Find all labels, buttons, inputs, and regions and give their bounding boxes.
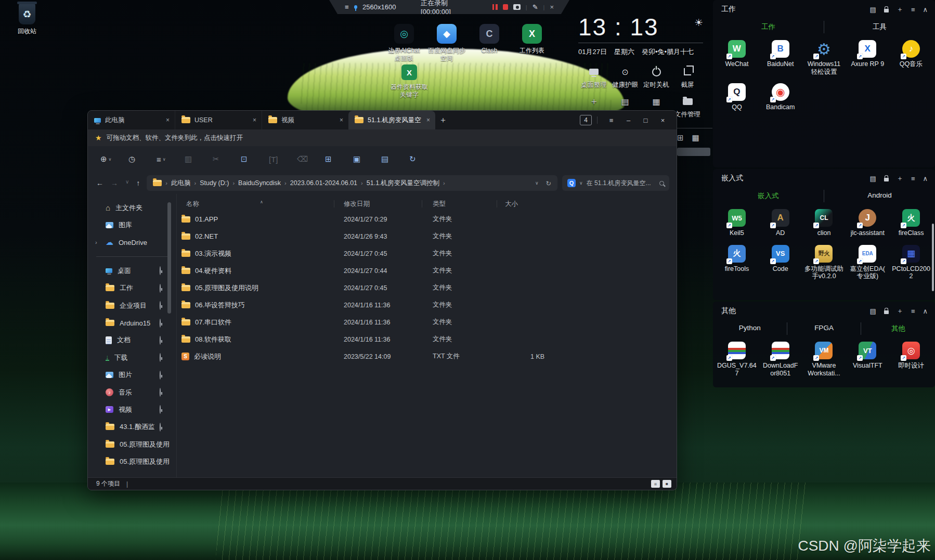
app-debug-helper[interactable]: 野火↗多功能调试助 手v0.2.0 [802,245,846,280]
file-row[interactable]: 05.原理图及使用说明2024/1/27 0:45文件夹 [177,279,677,296]
sidebar-item-企业项目[interactable]: 企业项目 [88,297,176,314]
toolbar-refresh-icon[interactable]: ↻ [409,154,437,164]
sidebar-item-工作[interactable]: 工作 [88,280,176,297]
widget-timed-shutdown[interactable]: 定时关机 [641,67,672,89]
desktop-icon-component-keywords[interactable]: X 器件资料获取 关键字 [388,64,430,99]
app-baidunet[interactable]: B↗BaiduNet [759,40,802,75]
icons-view-button[interactable]: ■ [663,480,671,488]
tab-视频[interactable]: 视频× [262,111,348,129]
recycle-bin[interactable]: ♻ 回收站 [10,4,44,35]
breadcrumb-segment[interactable]: BaiduSyncdisk [238,179,281,187]
app-pctolcd2002[interactable]: ▦↗PCtoLCD200 2 [889,245,933,280]
recorder-close-icon[interactable]: × [550,3,554,11]
app-qq[interactable]: Q↗QQ [715,83,759,111]
toolbar-new-folder-icon[interactable]: ⊞ [325,154,353,164]
sidebar-item-05.原理图及使用[interactable]: 05.原理图及使用 [88,436,176,453]
panel-tab-工作[interactable]: 工作 [713,21,824,33]
app-keil5[interactable]: W5↗Keil5 [715,209,759,237]
minimize-button[interactable]: – [620,116,637,124]
app-wechat[interactable]: W↗WeChat [715,40,759,75]
new-note-icon[interactable]: ⊞ [677,133,684,142]
file-row[interactable]: 07.串口软件2024/1/16 11:36文件夹 [177,314,677,331]
add-icon[interactable]: ＋ [897,5,903,14]
tab-USER[interactable]: USER× [175,111,262,129]
qr-code-icon[interactable]: ▦ [692,133,699,142]
sidebar-item-桌面[interactable]: 桌面 [88,262,176,279]
app-jlc-eda[interactable]: EDA↗嘉立创EDA( 专业版) [846,245,889,280]
address-refresh-icon[interactable]: ↻ [546,179,551,187]
app-vmware[interactable]: VM↗VMware Workstati... [802,342,846,377]
panel-tab-工具[interactable]: 工具 [824,21,935,33]
lock-icon[interactable] [884,178,889,181]
list-icon[interactable]: ▤ [870,6,876,14]
panel-tab-Android[interactable]: Android [824,190,935,202]
app-downloadfor8051[interactable]: ↗DownLoadF or8051 [759,342,802,377]
desktop-icon-work-list[interactable]: X工作列表 [511,24,553,62]
widget-eye-care[interactable]: ⊙健康护眼 [609,67,641,89]
file-row[interactable]: 04.硬件资料2024/1/27 0:44文件夹 [177,262,677,279]
search-box[interactable]: Q ∨ 在 51.1.机房变风量空... [562,175,669,191]
column-header-类型[interactable]: 类型 [426,197,501,211]
camera-icon[interactable] [513,4,521,10]
forward-icon[interactable]: → [111,179,118,187]
add-icon[interactable]: ＋ [897,174,903,183]
drop-hint-bar[interactable]: ★ 可拖动文档、软件、文件夹到此，点击快速打开 [88,129,677,146]
sidebar-item-图片[interactable]: 图片 [88,367,176,384]
recorder-menu-icon[interactable]: ≡ [345,3,349,11]
panel-tab-其他[interactable]: 其他 [861,322,935,335]
tab-此电脑[interactable]: 此电脑× [88,111,175,129]
sidebar-item-下载[interactable]: ↓下载 [88,349,176,366]
close-button[interactable]: × [654,116,671,124]
panel-tab-Python[interactable]: Python [713,322,787,335]
breadcrumb-segment[interactable]: Study (D:) [200,179,229,187]
breadcrumb[interactable]: ›此电脑›Study (D:)›BaiduSyncdisk›2023.06.01… [147,175,557,191]
sidebar-item-OneDrive[interactable]: ›☁OneDrive [88,234,176,251]
app-jlc-assistant[interactable]: J↗jlc-assistant [846,209,889,237]
lock-icon[interactable] [884,310,889,314]
sidebar-item-Arduino15[interactable]: Arduino15 [88,314,176,331]
app-axure-rp9[interactable]: X↗Axure RP 9 [846,40,889,75]
pin-icon[interactable] [354,5,357,9]
collapse-icon[interactable]: ∧ [923,175,928,183]
sidebar-item-音乐[interactable]: ♪音乐 [88,384,176,401]
list-icon[interactable]: ▤ [870,307,876,315]
file-row[interactable]: 03.演示视频2024/1/27 0:45文件夹 [177,245,677,262]
search-chevron-icon[interactable]: ∨ [579,180,583,186]
clock-widget[interactable]: 13 : 13 ☀ 01月27日 星期六 癸卯•兔•腊月十七 [578,15,703,57]
app-jishi-design[interactable]: ◎↗即时设计 [889,342,933,377]
tab-close-icon[interactable]: × [253,116,256,124]
breadcrumb-segment[interactable]: 此电脑 [171,179,191,188]
panel-scrollbar[interactable] [932,224,934,291]
collapse-icon[interactable]: ∧ [923,307,928,315]
app-firetools[interactable]: 火↗fireTools [715,245,759,280]
toolbar-properties-icon[interactable]: ▤ [381,154,409,164]
collapse-icon[interactable]: ∧ [923,6,928,14]
tab-close-icon[interactable]: × [340,116,343,124]
back-icon[interactable]: ← [96,179,103,187]
app-bandicam[interactable]: ◉↗Bandicam [759,83,802,111]
toolbar-crop-share-icon[interactable]: ▣ [353,154,381,164]
window-menu-icon[interactable]: ≡ [603,116,620,124]
tab-close-icon[interactable]: × [166,116,170,124]
sidebar-item-图库[interactable]: 图库 [88,216,176,233]
pencil-icon[interactable]: ✎ [533,3,538,11]
column-header-大小[interactable]: 大小 [501,197,677,211]
desktop-icon-aichat[interactable]: ◎边界AIChat 桌面版 [383,24,425,62]
address-chevron-icon[interactable]: ∨ [535,180,539,186]
up-icon[interactable]: ↑ [136,179,140,187]
toolbar-paste-icon[interactable]: ⊡ [241,154,269,164]
desktop-icon-clash[interactable]: CClash [469,24,510,62]
file-row[interactable]: 02.NET2024/1/26 9:43文件夹 [177,228,677,245]
app-dgus[interactable]: ↗DGUS_V7.64 7 [715,342,759,377]
toolbar-copy-icon[interactable]: ▥ [185,154,213,164]
sun-icon[interactable]: ☀ [694,15,703,29]
app-visualtft[interactable]: VT↗VisualTFT [846,342,889,377]
list-icon[interactable]: ▤ [870,175,876,183]
sidebar-item-43.1.酿酒监测[interactable]: 43.1.酿酒监测 [88,419,176,436]
tab-51.1.机房变风量空[interactable]: 51.1.机房变风量空× [348,111,435,129]
toolbar-cut-icon[interactable]: ✂ [213,154,241,164]
toolbar-recent-icon[interactable]: ◷ [128,154,157,164]
widget-desktop-organize[interactable]: 桌面整理 [578,67,609,89]
panel-tab-嵌入式[interactable]: 嵌入式 [713,190,824,202]
new-tab-button[interactable]: ＋ [435,111,451,129]
